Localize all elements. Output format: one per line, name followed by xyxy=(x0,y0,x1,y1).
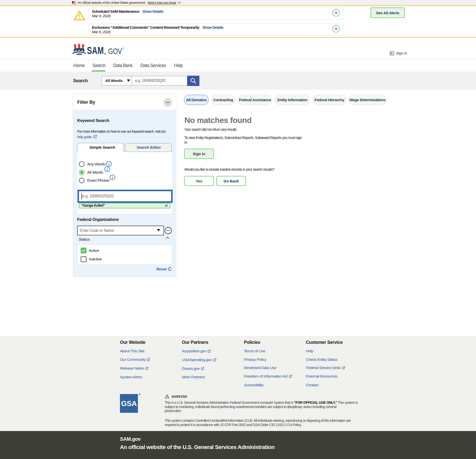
svg-text:GOV: GOV xyxy=(108,47,122,55)
svg-text:®: ® xyxy=(122,47,124,50)
svg-text:i: i xyxy=(112,176,113,180)
svg-text:SAM: SAM xyxy=(87,45,104,55)
svg-text:i: i xyxy=(108,162,109,166)
svg-text:i: i xyxy=(107,167,108,171)
